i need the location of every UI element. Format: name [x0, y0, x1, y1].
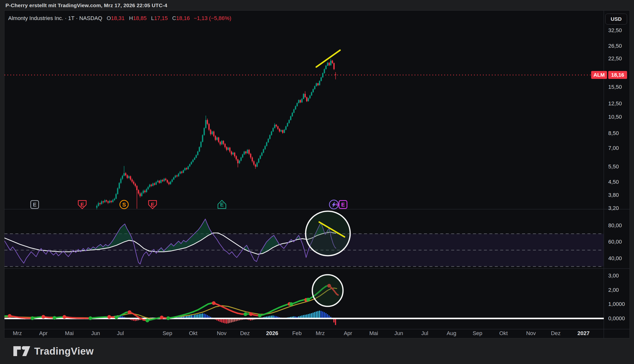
candle-body [290, 116, 291, 120]
time-axis-month-label: Jul [421, 330, 428, 336]
time-axis-month-label: Mai [369, 330, 378, 336]
candle-body [292, 113, 293, 116]
candle-body [212, 132, 213, 134]
candle-body [333, 63, 335, 69]
quote-field-value: 18,85 [133, 15, 147, 21]
split-marker[interactable]: S [120, 200, 128, 209]
event-marker-letter: S [122, 202, 126, 208]
rsi-scale-label: 60,00 [608, 239, 622, 245]
macd-highlight-circle[interactable] [312, 275, 343, 306]
price-scale-label: 7,00 [608, 145, 619, 151]
quote-field-value: 18,31 [111, 15, 125, 21]
candle-body [213, 132, 215, 136]
macd-histogram-bar [325, 313, 326, 318]
candle-body [217, 138, 218, 140]
candle-body [289, 120, 290, 123]
attribution-text: P-Cherry erstellt mit TradingView.com, M… [6, 2, 167, 8]
candle-body [175, 176, 176, 178]
candle-body [260, 156, 261, 159]
candle-body [320, 78, 322, 81]
candle-body [287, 123, 288, 126]
candle-body [329, 63, 330, 65]
candle-body [261, 152, 263, 156]
candle-body [258, 159, 259, 163]
candle-body [133, 182, 134, 184]
macd-line-segment [71, 318, 77, 318]
price-scale-label: 5,50 [608, 164, 619, 170]
rsi-scale-label: 40,00 [608, 255, 622, 262]
macd-turn-dot [89, 316, 92, 320]
earnings-marker-beat[interactable]: E [218, 200, 226, 208]
candle-body [143, 191, 144, 193]
candle-body [309, 96, 311, 98]
candle-body [221, 141, 223, 144]
candle-body [327, 63, 328, 66]
candle-body [314, 86, 315, 89]
candle-body [172, 180, 173, 182]
macd-histogram-bar [320, 311, 321, 318]
macd-turn-dot [244, 312, 247, 316]
candle-body [109, 201, 110, 203]
candle-body [170, 182, 171, 184]
candle-body [268, 139, 269, 142]
last-price-ticker-badge: ALM [591, 71, 607, 79]
candle-body [236, 156, 237, 160]
candle-body [277, 126, 279, 129]
last-price-badge: 18,16 [608, 71, 627, 79]
candle-body [119, 183, 120, 188]
candle-body [163, 179, 165, 181]
time-axis-month-label: Mrz [13, 330, 22, 336]
candle-body [130, 176, 131, 180]
candle-body [125, 173, 126, 175]
time-axis-month-label: Sep [473, 330, 482, 336]
macd-line-segment [15, 317, 21, 318]
candle-body [265, 146, 266, 149]
rsi-scale-label: 80,00 [608, 222, 622, 229]
macd-histogram-bar [319, 310, 320, 318]
candle-body [192, 160, 194, 162]
candle-body [194, 158, 195, 160]
candle-body [279, 129, 280, 132]
macd-turn-dot [166, 316, 170, 320]
price-scale-label: 26,50 [608, 43, 622, 49]
candle-body [229, 148, 230, 152]
candle-body [335, 74, 336, 75]
earnings-marker-past[interactable]: E [31, 200, 39, 208]
candle-body [184, 168, 185, 170]
macd-line-segment [279, 306, 284, 308]
candle-body [330, 60, 331, 65]
time-axis-month-label: Nov [526, 330, 536, 336]
earnings-marker-miss[interactable]: E [149, 200, 156, 209]
time-axis-month-label: Apr [39, 330, 48, 336]
candle-body [250, 154, 251, 158]
candle-body [305, 94, 306, 97]
candle-body [202, 135, 203, 142]
candle-body [200, 142, 201, 147]
candle-body [199, 147, 200, 152]
rsi-highlight-circle[interactable] [306, 211, 350, 256]
macd-turn-dot [31, 316, 35, 320]
candle-body [247, 150, 248, 153]
chart-canvas[interactable]: EESEEE≈ [5, 11, 630, 338]
ohlc-quote: O18,31H18,85L17,15C18,16 [102, 15, 190, 21]
candle-body [176, 176, 177, 176]
candle-body [128, 176, 129, 178]
candle-body [231, 152, 232, 154]
candle-body [313, 89, 314, 92]
chart-container[interactable]: EESEEE≈ Almonty Industries Inc. · 1T · N… [4, 10, 630, 338]
candle-body [187, 166, 189, 170]
symbol-title[interactable]: Almonty Industries Inc. · 1T · NASDAQ [8, 15, 102, 21]
candle-body [139, 194, 141, 196]
macd-scale-label: 1,0000 [608, 301, 625, 307]
tradingview-logo[interactable]: TradingView [13, 345, 94, 358]
candle-body [248, 150, 250, 154]
approx-icon: ≈ [336, 202, 339, 207]
event-marker-letter: E [220, 202, 224, 208]
candle-body [138, 190, 139, 194]
currency-button[interactable]: USD [605, 14, 627, 24]
earnings-marker-miss[interactable]: E [78, 200, 86, 209]
macd-line-segment [188, 312, 193, 314]
quote-field-label: C [172, 15, 176, 21]
candle-body [253, 161, 255, 164]
time-axis-month-label: Feb [292, 330, 302, 336]
